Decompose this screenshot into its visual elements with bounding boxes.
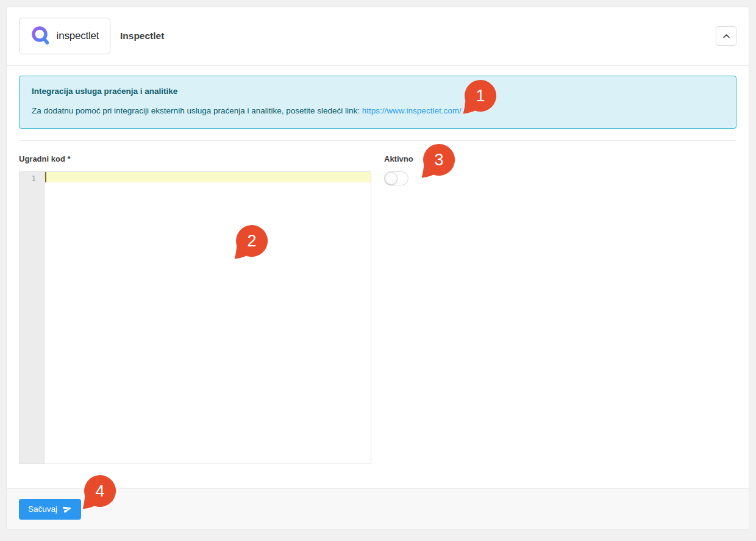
chevron-up-icon [722, 32, 731, 41]
active-column: Aktivno [384, 154, 736, 464]
active-label: Aktivno [384, 154, 736, 163]
paper-plane-icon [62, 503, 73, 514]
info-alert-text-body: Za dodatnu pomoć pri integraciji ekstern… [32, 106, 360, 115]
embed-code-label: Ugradni kod * [19, 154, 371, 163]
editor-active-line [45, 172, 371, 182]
embed-code-column: Ugradni kod * 1 [19, 154, 371, 464]
card-header: inspectlet Inspectlet [7, 7, 749, 66]
inspectlet-link[interactable]: https://www.inspectlet.com/ [362, 106, 462, 115]
page: inspectlet Inspectlet Integracija usluga… [0, 0, 756, 541]
info-alert-title: Integracija usluga praćenja i analitike [32, 87, 724, 96]
active-toggle[interactable] [384, 171, 408, 185]
card-body: Integracija usluga praćenja i analitike … [7, 66, 749, 488]
editor-line-number: 1 [31, 174, 36, 183]
editor-gutter: 1 [20, 172, 45, 464]
form-row: Ugradni kod * 1 Aktivno [19, 154, 736, 464]
magnifier-icon [30, 25, 52, 47]
collapse-button[interactable] [716, 26, 736, 46]
toggle-knob [385, 172, 398, 185]
integration-card: inspectlet Inspectlet Integracija usluga… [6, 6, 749, 530]
save-button-label: Sačuvaj [28, 504, 57, 514]
info-alert-text: Za dodatnu pomoć pri integraciji ekstern… [32, 106, 724, 115]
inspectlet-logo: inspectlet [19, 18, 110, 54]
editor-caret [45, 172, 46, 182]
editor-code-area[interactable] [45, 172, 371, 464]
section-divider [19, 140, 736, 141]
card-footer: Sačuvaj [7, 488, 749, 529]
logo-text: inspectlet [57, 30, 99, 42]
save-button[interactable]: Sačuvaj [19, 499, 81, 520]
info-alert: Integracija usluga praćenja i analitike … [19, 76, 736, 129]
embed-code-editor[interactable]: 1 [19, 171, 371, 464]
page-title: Inspectlet [120, 30, 164, 41]
